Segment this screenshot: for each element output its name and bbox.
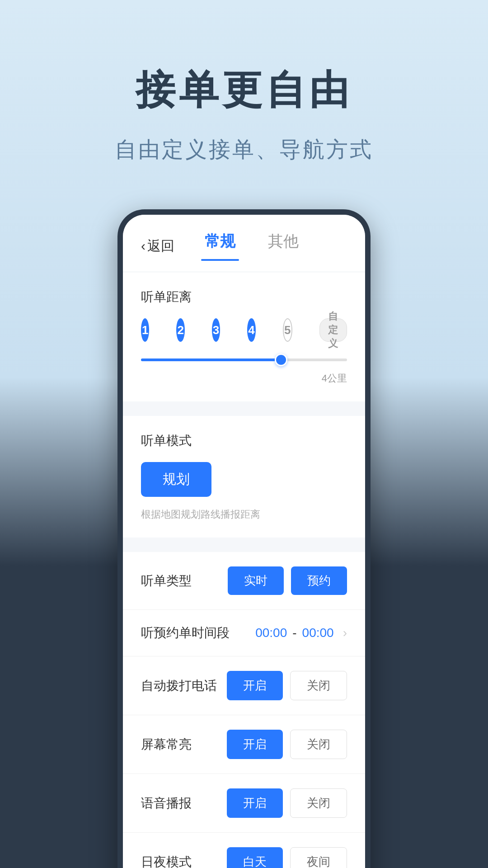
page-background: 接单更自由 自由定义接单、导航方式 ‹ 返回 常规 [0,0,488,868]
mode-description: 根据地图规划路线播报距离 [141,508,347,521]
time-row[interactable]: 听预约单时间段 00:00 - 00:00 › [123,610,365,656]
slider-track [141,359,347,361]
distance-dot-5[interactable]: 5 [283,318,292,342]
back-button[interactable]: ‹ 返回 [141,237,174,255]
day-night-label: 日夜模式 [141,854,192,868]
divider-2 [123,545,365,552]
voice-label: 语音播报 [141,795,192,812]
time-to: 00:00 [302,626,334,640]
voice-on-btn[interactable]: 开启 [227,788,283,818]
time-from: 00:00 [255,626,287,640]
day-night-row: 日夜模式 白天 夜间 [123,833,365,868]
mode-btn-plan[interactable]: 规划 [141,462,211,497]
day-btn[interactable]: 白天 [227,847,283,868]
distance-dots: 1 2 3 4 5 [141,318,347,342]
slider-thumb[interactable] [275,354,287,366]
distance-dot-1[interactable]: 1 [141,318,149,342]
distance-dot-custom[interactable]: 自定义 [319,318,347,342]
mode-title: 听单模式 [141,432,347,449]
auto-call-row: 自动拨打电话 开启 关闭 [123,656,365,715]
distance-section: 听单距离 1 2 3 4 [123,272,365,401]
voice-row: 语音播报 开启 关闭 [123,774,365,833]
order-type-buttons: 实时 预约 [228,566,347,595]
order-type-label: 听单类型 [141,572,192,590]
mode-section: 听单模式 规划 根据地图规划路线播报距离 [123,416,365,538]
distance-dot-3[interactable]: 3 [212,318,220,342]
tab-regular[interactable]: 常规 [188,231,252,261]
screen-on-btn[interactable]: 开启 [227,730,283,759]
time-label: 听预约单时间段 [141,624,230,642]
order-type-row: 听单类型 实时 预约 [123,552,365,610]
distance-dot-4[interactable]: 4 [247,318,255,342]
slider-value-label: 4公里 [141,372,347,385]
distance-dot-2[interactable]: 2 [176,318,184,342]
phone-frame: ‹ 返回 常规 其他 [117,209,371,868]
screen-off-btn[interactable]: 关闭 [290,730,347,759]
voice-buttons: 开启 关闭 [227,788,347,818]
auto-call-off-btn[interactable]: 关闭 [290,671,347,700]
slider-fill [141,359,281,361]
chevron-right-icon: › [343,626,347,640]
screen-on-row: 屏幕常亮 开启 关闭 [123,715,365,774]
screen-on-label: 屏幕常亮 [141,736,192,753]
hero-section: 接单更自由 自由定义接单、导航方式 [0,0,488,191]
back-chevron-icon: ‹ [141,238,145,254]
phone-screen: ‹ 返回 常规 其他 [123,215,365,868]
auto-call-label: 自动拨打电话 [141,677,217,694]
screen-header: ‹ 返回 常规 其他 [123,215,365,272]
hero-subtitle: 自由定义接单、导航方式 [115,135,373,164]
screen-content: 听单距离 1 2 3 4 [123,272,365,868]
time-separator: - [292,626,296,640]
divider-1 [123,409,365,416]
day-night-buttons: 白天 夜间 [227,847,347,868]
auto-call-buttons: 开启 关闭 [227,671,347,700]
auto-call-on-btn[interactable]: 开启 [227,671,283,700]
nav-row: ‹ 返回 常规 其他 [141,231,347,261]
order-type-realtime-btn[interactable]: 实时 [228,566,284,595]
tabs-row: 常规 其他 [188,231,315,261]
hero-title: 接单更自由 [136,63,352,117]
distance-slider[interactable] [141,351,347,369]
night-btn[interactable]: 夜间 [290,847,347,868]
screen-on-buttons: 开启 关闭 [227,730,347,759]
order-type-reservation-btn[interactable]: 预约 [291,566,347,595]
phone-wrapper: ‹ 返回 常规 其他 [117,209,371,868]
tab-other[interactable]: 其他 [252,231,315,261]
distance-title: 听单距离 [141,288,347,306]
voice-off-btn[interactable]: 关闭 [290,788,347,818]
mode-buttons: 规划 [141,462,347,504]
back-label: 返回 [147,237,174,255]
time-value: 00:00 - 00:00 › [255,626,347,640]
